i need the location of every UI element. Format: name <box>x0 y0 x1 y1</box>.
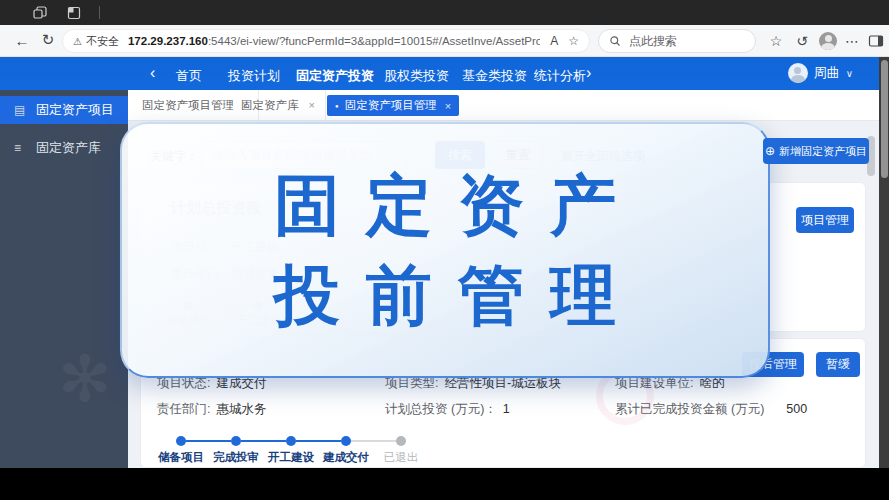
overlay-banner: 固定资产 投前管理 <box>120 122 770 378</box>
step-dot <box>341 436 351 446</box>
back-button[interactable]: ← <box>10 28 34 52</box>
search-icon <box>609 35 621 47</box>
user-name: 周曲 <box>814 64 840 82</box>
workspaces-icon[interactable] <box>32 5 48 21</box>
field-planned-invest: 计划总投资 (万元)：1 <box>385 401 510 418</box>
sidebar-item-label: 固定资产库 <box>36 139 101 157</box>
favorite-star-icon[interactable]: ☆ <box>568 34 579 48</box>
tab-icon[interactable] <box>66 5 82 21</box>
step-dot <box>286 436 296 446</box>
sidebar-item-asset-library[interactable]: ≡ 固定资产库 <box>0 134 128 162</box>
nav-item-fund[interactable]: 基金类投资 <box>462 67 527 85</box>
search-placeholder: 点此搜索 <box>629 33 677 50</box>
step-label-construction: 开工建设 <box>268 450 314 465</box>
add-asset-project-button[interactable]: ⊕ 新增固定资产项目 <box>763 138 869 164</box>
step-dot <box>231 436 241 446</box>
nav-item-invest-plan[interactable]: 投资计划 <box>228 67 280 85</box>
nav-item-equity[interactable]: 股权类投资 <box>384 67 449 85</box>
asset-library-icon: ≡ <box>14 141 28 155</box>
browser-toolbar: ← ↻ ⚠ 不安全 172.29.237.160:5443/ei-view/?f… <box>0 25 889 57</box>
sidebar-item-asset-project[interactable]: ▤ 固定资产项目 <box>0 96 128 124</box>
tab-label: 固定资产项目管理 <box>142 98 234 113</box>
overlay-title-line1: 固定资产 <box>248 172 642 238</box>
step-label-delivered: 建成交付 <box>323 450 369 465</box>
step-line <box>351 440 396 442</box>
bottom-black-bar <box>0 468 889 500</box>
browser-search-box[interactable]: 点此搜索 <box>598 29 756 53</box>
step-label-exited: 已退出 <box>384 450 419 465</box>
collections-icon[interactable]: ☆ <box>764 29 788 53</box>
sidebar-panel-icon[interactable] <box>864 29 888 53</box>
project-manage-button[interactable]: 项目管理 <box>796 207 854 233</box>
url-host: 172.29.237.160 <box>128 35 208 47</box>
tab-asset-library[interactable]: 固定资产库 × <box>231 90 326 120</box>
field-responsible-dept: 责任部门:惠城水务 <box>157 401 266 418</box>
tab-asset-project-mgmt-active[interactable]: ● 固定资产项目管理 × <box>327 95 459 116</box>
nav-item-home[interactable]: 首页 <box>176 67 202 85</box>
add-button-label: 新增固定资产项目 <box>779 144 867 159</box>
app-navbar: ‹ 首页 投资计划 固定资产投资 股权类投资 基金类投资 统计分析 › 周曲 ∨ <box>0 57 879 90</box>
step-label-reserve: 储备项目 <box>158 450 204 465</box>
step-dot <box>176 436 186 446</box>
url-path: :5443/ei-view/?funcPermId=3&appId=10015#… <box>208 35 540 47</box>
close-icon[interactable]: × <box>309 99 315 111</box>
pause-button[interactable]: 暂缓 <box>816 352 860 377</box>
more-menu-icon[interactable]: ⋯ <box>840 29 864 53</box>
tab-label: 固定资产库 <box>241 98 299 113</box>
profile-avatar[interactable] <box>816 29 840 53</box>
asset-project-icon: ▤ <box>14 103 28 117</box>
address-bar[interactable]: ⚠ 不安全 172.29.237.160:5443/ei-view/?funcP… <box>62 29 590 53</box>
refresh-button[interactable]: ↻ <box>36 28 60 52</box>
user-menu[interactable]: 周曲 ∨ <box>788 63 853 83</box>
tab-label: 固定资产项目管理 <box>345 98 437 113</box>
close-icon[interactable]: × <box>445 100 451 112</box>
read-aloud-icon[interactable]: A <box>550 34 558 48</box>
step-line <box>296 440 341 442</box>
nav-item-fixed-asset[interactable]: 固定资产投资 <box>296 67 374 85</box>
history-icon[interactable]: ↺ <box>790 29 814 53</box>
step-label-review: 完成投审 <box>213 450 259 465</box>
active-dot-icon: ● <box>335 103 339 109</box>
step-line <box>186 440 231 442</box>
browser-titlebar <box>0 0 889 25</box>
step-line <box>241 440 286 442</box>
step-dot <box>396 436 406 446</box>
overlay-title-line2: 投前管理 <box>248 262 642 328</box>
sidebar: ▤ 固定资产项目 ≡ 固定资产库 ✻ <box>0 90 128 468</box>
flower-watermark-icon: ✻ <box>58 342 112 416</box>
browser-window: ← ↻ ⚠ 不安全 172.29.237.160:5443/ei-view/?f… <box>0 0 889 500</box>
security-label: 不安全 <box>86 34 119 49</box>
chevron-down-icon: ∨ <box>846 68 853 79</box>
avatar-icon <box>819 32 837 50</box>
nav-item-stats[interactable]: 统计分析 <box>534 67 586 85</box>
nav-next-icon[interactable]: › <box>586 64 591 82</box>
nav-prev-icon[interactable]: ‹ <box>150 64 155 82</box>
window-scrollbar-thumb[interactable] <box>881 60 888 178</box>
tab-bar: 固定资产项目管理 × 固定资产库 × ● 固定资产项目管理 × <box>128 90 879 121</box>
insecure-warning-icon: ⚠ <box>73 36 82 47</box>
url-text: 172.29.237.160:5443/ei-view/?funcPermId=… <box>128 35 540 47</box>
sidebar-item-label: 固定资产项目 <box>36 101 114 119</box>
plus-icon: ⊕ <box>765 144 775 158</box>
field-completed-invest: 累计已完成投资金额 (万元)500 <box>615 401 807 418</box>
titlebar-separator <box>99 6 100 19</box>
user-avatar-icon <box>788 63 808 83</box>
window-scrollbar[interactable] <box>879 57 889 468</box>
